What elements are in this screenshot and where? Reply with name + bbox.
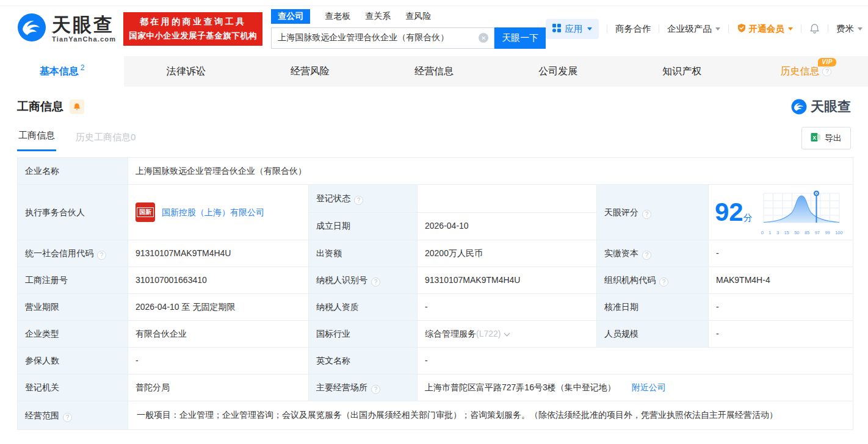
caret-down-icon xyxy=(788,27,793,30)
company-type-value: 有限合伙企业 xyxy=(128,321,309,348)
user-menu[interactable]: 费米 xyxy=(836,23,863,35)
english-name-label: 英文名称 xyxy=(309,348,418,374)
logo-title: 天眼查 xyxy=(52,15,116,34)
help-icon[interactable]: ? xyxy=(659,278,668,287)
search-tab-risk[interactable]: 查风险 xyxy=(405,11,431,22)
logo-domain: TianYanCha.com xyxy=(52,36,116,43)
watermark-logo: 天眼查 xyxy=(791,98,851,116)
score-label: 天眼评分? xyxy=(597,185,709,240)
paid-capital-value: - xyxy=(709,240,853,267)
section-title: 工商信息 xyxy=(17,99,63,115)
chevron-down-icon[interactable] xyxy=(504,331,510,337)
table-row: 工商注册号 310107001663410 纳税人识别号? 91310107MA… xyxy=(18,267,853,294)
reg-status-label: 登记状态? xyxy=(309,185,418,213)
menu-divider xyxy=(728,24,729,33)
staff-size-value: - xyxy=(709,321,853,348)
approval-date-value: - xyxy=(709,294,853,321)
reg-authority-label: 登记机关 xyxy=(18,374,128,401)
search-type-tabs: 查公司 查老板 查关系 查风险 xyxy=(271,9,546,24)
score-axis: 013 155085 9799100 xyxy=(761,229,843,236)
company-name-label: 企业名称 xyxy=(18,158,128,185)
open-vip-button[interactable]: 开通会员 xyxy=(737,23,793,35)
menu-enterprise-products[interactable]: 企业级产品 xyxy=(667,23,720,35)
help-icon[interactable]: ? xyxy=(354,196,363,205)
table-row: 企业名称 上海国脉致远企业管理合伙企业（有限合伙） xyxy=(18,158,853,185)
search-area: 查公司 查老板 查关系 查风险 ✕ 天眼一下 xyxy=(271,9,546,49)
company-type-label: 企业类型 xyxy=(18,321,128,348)
help-icon[interactable]: ? xyxy=(822,67,831,76)
partner-link[interactable]: 国新控股（上海）有限公司 xyxy=(162,206,264,219)
svg-text:X: X xyxy=(812,135,816,141)
menu-divider xyxy=(801,24,801,33)
vip-badge: VIP xyxy=(818,58,836,66)
logo-swirl-icon xyxy=(791,99,807,115)
apps-grid-icon xyxy=(552,24,561,34)
search-button[interactable]: 天眼一下 xyxy=(494,27,546,49)
nearby-company-link[interactable]: 附近公司 xyxy=(632,382,666,392)
industry-value: 综合管理服务(L722) xyxy=(418,321,597,348)
subtab-business-info[interactable]: 工商信息 xyxy=(17,130,56,151)
approval-date-label: 核准日期 xyxy=(597,294,709,321)
nav-tab-ip[interactable]: 知识产权 xyxy=(620,56,744,87)
search-input[interactable] xyxy=(271,27,494,49)
help-icon[interactable]: ? xyxy=(371,278,380,287)
subscribe-bell-icon[interactable] xyxy=(70,99,84,114)
nav-tab-company-development[interactable]: 公司发展 xyxy=(496,56,620,87)
industry-label: 国标行业 xyxy=(309,321,418,348)
help-icon[interactable]: ? xyxy=(63,413,72,422)
nav-tab-badge: 2 xyxy=(81,63,85,72)
score-value: 92分 xyxy=(715,199,753,225)
export-button[interactable]: X 导出 xyxy=(801,127,851,149)
site-logo[interactable]: 天眼查 TianYanCha.com xyxy=(17,13,116,45)
table-row: 营业期限 2026-04-10 至 无固定期限 纳税人资质 - 核准日期 - xyxy=(18,294,853,321)
menu-divider xyxy=(607,24,607,33)
nav-tab-business-info[interactable]: 经营信息 xyxy=(372,56,496,87)
subtab-history-business-info[interactable]: 历史工商信息0 xyxy=(76,132,136,151)
business-info-table: 企业名称 上海国脉致远企业管理合伙企业（有限合伙） 执行事务合伙人 国新 国新控… xyxy=(17,157,853,430)
staff-size-label: 人员规模 xyxy=(597,321,709,348)
clear-icon[interactable]: ✕ xyxy=(479,33,488,43)
address-label: 主要经营场所? xyxy=(309,374,418,401)
reg-authority-value: 普陀分局 xyxy=(128,374,309,401)
partner-label: 执行事务合伙人 xyxy=(18,185,128,240)
menu-business-cooperation[interactable]: 商务合作 xyxy=(615,23,651,35)
taxpayer-id-label: 纳税人识别号? xyxy=(309,267,418,294)
paid-capital-label: 实缴资本? xyxy=(597,240,709,267)
logo-swirl-icon xyxy=(17,13,46,45)
help-icon[interactable]: ? xyxy=(371,385,380,394)
english-name-value: - xyxy=(418,348,853,374)
org-code-label: 组织机构代码? xyxy=(597,267,709,294)
credit-code-label: 统一社会信用代码? xyxy=(18,240,128,267)
caret-down-icon xyxy=(858,27,863,30)
establish-date-value: 2026-04-10 xyxy=(418,212,597,240)
scope-value: 一般项目：企业管理；企业管理咨询；会议及展览服务（出国办展须经相关部门审批）；咨… xyxy=(128,401,853,430)
subtab-row: 工商信息 历史工商信息0 X 导出 xyxy=(17,126,851,151)
nav-tab-legal[interactable]: 法律诉讼 xyxy=(124,56,248,87)
credit-code-value: 91310107MAK9TM4H4U xyxy=(128,240,309,267)
partner-cell: 国新 国新控股（上海）有限公司 xyxy=(128,185,309,240)
help-icon[interactable]: ? xyxy=(642,251,651,260)
table-row: 经营范围? 一般项目：企业管理；企业管理咨询；会议及展览服务（出国办展须经相关部… xyxy=(18,401,853,430)
business-term-label: 营业期限 xyxy=(18,294,128,321)
company-nav-tabs: 基本信息 2 法律诉讼 经营风险 经营信息 公司发展 知识产权 VIP 历史信息… xyxy=(0,56,868,87)
help-icon[interactable]: ? xyxy=(642,210,651,219)
notification-bell-icon[interactable] xyxy=(809,23,820,34)
partner-logo[interactable]: 国新 xyxy=(136,202,155,222)
help-icon[interactable]: ? xyxy=(97,251,106,260)
caret-down-icon xyxy=(715,27,720,30)
apps-button[interactable]: 应用 xyxy=(546,19,599,39)
watermark-text: 天眼查 xyxy=(811,98,851,116)
nav-tab-basic-info[interactable]: 基本信息 2 xyxy=(0,56,124,87)
table-row: 参保人数 - 英文名称 - xyxy=(18,348,853,374)
table-row: 统一社会信用代码? 91310107MAK9TM4H4U 出资额 20200万人… xyxy=(18,240,853,267)
search-tab-relation[interactable]: 查关系 xyxy=(365,11,391,22)
search-tab-boss[interactable]: 查老板 xyxy=(325,11,350,22)
nav-tab-operating-risk[interactable]: 经营风险 xyxy=(248,56,372,87)
table-row: 执行事务合伙人 国新 国新控股（上海）有限公司 登记状态? 天眼评分? 92分 xyxy=(18,185,853,213)
capital-label: 出资额 xyxy=(309,240,418,267)
taxpayer-id-value: 91310107MAK9TM4H4U xyxy=(418,267,597,294)
taxpayer-quality-label: 纳税人资质 xyxy=(309,294,418,321)
search-tab-company[interactable]: 查公司 xyxy=(271,9,310,24)
nav-tab-history[interactable]: VIP 历史信息 ? xyxy=(744,56,868,87)
reg-number-label: 工商注册号 xyxy=(18,267,128,294)
